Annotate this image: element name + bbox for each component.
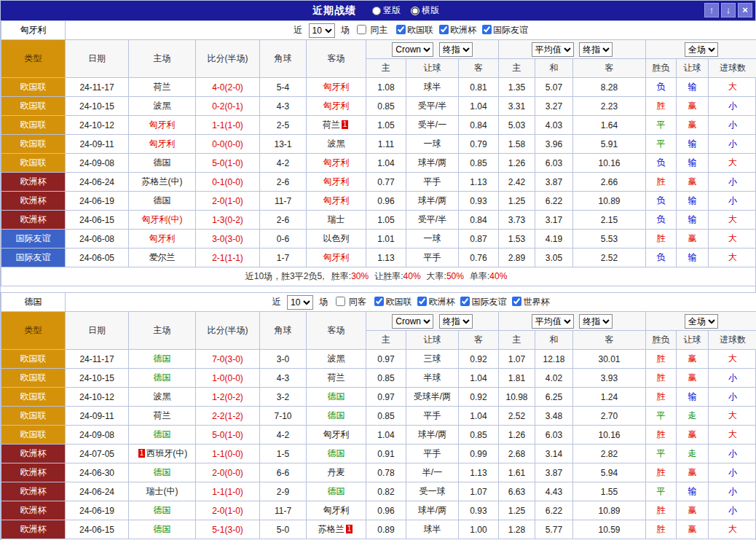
col-header-handicap: 让球: [406, 59, 459, 78]
league-filter[interactable]: 欧洲杯: [439, 25, 476, 35]
avg-draw-odds: 4.02: [535, 369, 573, 388]
match-count-select[interactable]: 10: [287, 295, 313, 310]
corners: 4-2: [260, 154, 307, 173]
match-count-select[interactable]: 10: [309, 23, 335, 38]
league-checkbox[interactable]: [482, 25, 492, 34]
corners: 2-5: [260, 116, 307, 135]
match-row: 欧国联24-10-15德国1-0(0-0)4-3荷兰0.85半球1.041.81…: [1, 369, 756, 388]
avg-away-odds: 1.64: [573, 116, 646, 135]
league-filter[interactable]: 国际友谊: [482, 25, 528, 35]
summary-stat-value: 50%: [446, 271, 464, 281]
avg-away-odds: 5.94: [573, 463, 646, 482]
match-row: 欧洲杯24-06-24苏格兰(中)0-1(0-0)2-6匈牙利0.77平手1.1…: [1, 173, 756, 192]
away-odds: 0.84: [459, 116, 499, 135]
layout-option-vertical[interactable]: 竖版: [366, 4, 401, 17]
away-odds: 0.79: [459, 135, 499, 154]
result-handicap: 赢: [677, 116, 709, 135]
col-header-avg-away: 客: [573, 59, 646, 78]
away-odds: 0.85: [459, 154, 499, 173]
result-outcome: 胜: [646, 173, 677, 192]
move-up-button[interactable]: ↑: [704, 3, 719, 17]
avg-away-odds: 5.91: [573, 135, 646, 154]
col-header-home: 主场: [129, 40, 196, 78]
away-team: 匈牙利: [307, 97, 366, 116]
result-handicap: 输: [677, 211, 709, 230]
result-handicap: 输: [677, 135, 709, 154]
same-venue-checkbox[interactable]: [336, 297, 345, 306]
away-team: 匈牙利: [307, 154, 366, 173]
layout-option-horizontal[interactable]: 横版: [405, 4, 439, 17]
home-team: 德国: [129, 520, 196, 539]
scope-select[interactable]: 全场: [685, 42, 718, 57]
average-select[interactable]: 平均值: [532, 314, 574, 329]
average-odds-header: 平均值 终指: [499, 312, 646, 331]
team-label: 德国: [328, 486, 345, 496]
average-stage-select[interactable]: 终指: [579, 42, 613, 57]
league-filter[interactable]: 世界杯: [512, 297, 549, 307]
matches-unit-label: 场: [319, 297, 328, 307]
competition-type: 国际友谊: [1, 249, 66, 267]
same-venue-filter[interactable]: 同客: [336, 297, 369, 307]
horizontal-layout-radio[interactable]: [411, 7, 420, 15]
league-checkbox[interactable]: [512, 297, 521, 306]
odds-provider-select[interactable]: Crown: [392, 42, 433, 57]
title-bar: 近期战绩 竖版 横版 ↑ ↓ ×: [1, 1, 755, 20]
handicap-line: 受半/一: [406, 116, 459, 135]
home-odds: 1.04: [366, 154, 406, 173]
corners: 4-3: [260, 97, 307, 116]
avg-draw-odds: 4.03: [535, 116, 573, 135]
league-filter[interactable]: 欧国联: [396, 25, 433, 35]
away-team: 波黑: [307, 350, 366, 369]
league-label: 欧洲杯: [428, 297, 454, 307]
result-handicap: 赢: [677, 97, 709, 116]
handicap-line: 受一球: [406, 482, 459, 501]
away-odds: 0.76: [459, 249, 499, 267]
same-venue-filter[interactable]: 同主: [357, 25, 390, 35]
league-checkbox[interactable]: [396, 25, 406, 34]
scope-select[interactable]: 全场: [685, 314, 718, 329]
col-header-handicap-result: 让球: [677, 59, 709, 78]
team-label: 西班牙(中): [146, 448, 187, 458]
handicap-line: 受球半/两: [406, 388, 459, 407]
league-filter[interactable]: 欧洲杯: [417, 297, 454, 307]
match-date: 24-06-15: [66, 211, 129, 230]
col-header-odds-away: 客: [459, 331, 499, 350]
home-odds: 0.85: [366, 97, 406, 116]
result-goals: 大: [709, 520, 756, 539]
match-date: 24-11-17: [66, 78, 129, 97]
league-checkbox[interactable]: [374, 297, 384, 306]
average-stage-select[interactable]: 终指: [579, 314, 613, 329]
col-header-score: 比分(半场): [196, 40, 260, 78]
team-label: 匈牙利: [149, 138, 176, 149]
avg-home-odds: 5.03: [499, 116, 535, 135]
avg-draw-odds: 6.25: [535, 388, 573, 407]
col-header-score: 比分(半场): [196, 312, 260, 350]
corners: 1-5: [260, 445, 307, 463]
result-handicap: 赢: [677, 501, 709, 520]
league-checkbox[interactable]: [417, 297, 427, 306]
result-handicap: 输: [677, 249, 709, 267]
handicap-line: 球半/两: [406, 426, 459, 445]
same-venue-checkbox[interactable]: [357, 25, 366, 34]
average-select[interactable]: 平均值: [532, 42, 574, 57]
odds-stage-select[interactable]: 终指: [439, 42, 473, 57]
avg-away-odds: 10.89: [573, 501, 646, 520]
close-button[interactable]: ×: [738, 3, 752, 17]
avg-away-odds: 8.28: [573, 78, 646, 97]
team-label: 苏格兰(中): [142, 176, 183, 187]
odds-stage-select[interactable]: 终指: [439, 314, 473, 329]
league-filter[interactable]: 国际友谊: [460, 297, 506, 307]
avg-draw-odds: 12.18: [535, 350, 573, 369]
score: 1-3(0-2): [196, 211, 260, 230]
handicap-line: 平手: [406, 249, 459, 267]
away-team: 荷兰1: [307, 116, 366, 135]
league-filter[interactable]: 欧国联: [374, 297, 412, 307]
away-team: 匈牙利: [307, 78, 366, 97]
odds-provider-select[interactable]: Crown: [392, 314, 433, 329]
league-checkbox[interactable]: [439, 25, 449, 34]
move-down-button[interactable]: ↓: [721, 3, 736, 17]
league-checkbox[interactable]: [460, 297, 470, 306]
vertical-layout-radio[interactable]: [372, 7, 381, 15]
avg-away-odds: 2.70: [573, 407, 646, 426]
col-header-date: 日期: [66, 40, 129, 78]
